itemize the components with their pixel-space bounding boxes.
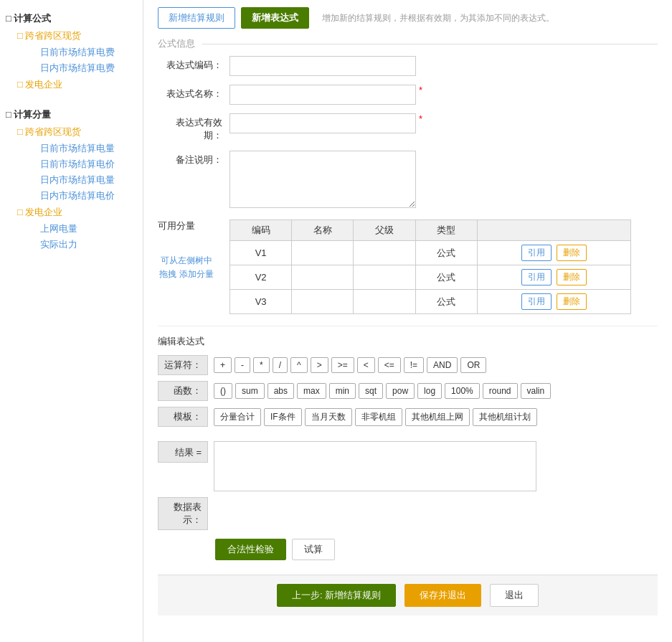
operator-btn-10[interactable]: AND [427,357,458,373]
operator-btn-1[interactable]: - [235,357,250,373]
operator-btn-0[interactable]: + [214,357,232,373]
input-expr-name[interactable] [229,85,416,105]
operator-btn-11[interactable]: OR [460,357,486,373]
sidebar-leaf-intraday-settle-elec2[interactable]: 日内市场结算电量 [29,172,137,188]
input-expr-validity[interactable] [229,113,416,133]
collapse-icon-power-gen1: □ [17,79,23,90]
col-header-name: 名称 [292,220,354,241]
sidebar-leaf-intraday-settle-elec1[interactable]: 日内市场结算电费 [29,60,137,76]
operator-btn-5[interactable]: > [311,357,328,373]
table-row: V2 公式 引用 删除 [230,265,631,290]
sidebar-item-cross-province-spot[interactable]: □ 跨省跨区现货 [17,27,137,44]
sidebar-label-power-gen1: 发电企业 [25,79,62,90]
table-row: V3 公式 引用 删除 [230,290,631,314]
operator-btn-8[interactable]: <= [378,357,401,373]
label-expr-name: 表达式名称： [158,85,229,100]
sidebar: □ 计算公式 □ 跨省跨区现货 日前市场结算电费 日内市场结算电费 □ [0,0,143,642]
add-expr-button[interactable]: 新增表达式 [241,7,309,29]
back-button[interactable]: 上一步: 新增结算规则 [277,584,396,607]
cell-parent-2 [354,290,415,314]
template-label: 模板： [158,407,208,427]
sidebar-sub-cross-province: 日前市场结算电费 日内市场结算电费 [17,44,137,76]
ref-button-2[interactable]: 引用 [521,293,552,310]
del-button-0[interactable]: 删除 [557,245,587,261]
function-btn-3[interactable]: max [297,383,326,399]
textarea-expr-remark[interactable] [229,151,416,208]
template-btn-4[interactable]: 其他机组上网 [405,408,470,426]
cell-name-1 [292,265,354,290]
operator-btn-2[interactable]: * [253,357,270,373]
function-btn-0[interactable]: () [214,383,232,399]
cell-actions-2: 引用 删除 [477,290,630,314]
collapse-icon-calc-quantity: □ [6,109,11,120]
template-btn-0[interactable]: 分量合计 [214,408,261,426]
action-buttons: 合法性检验 试算 [215,539,658,560]
sidebar-leaf-daily-settle-elec2[interactable]: 日前市场结算电量 [29,141,137,156]
function-btn-1[interactable]: sum [235,383,265,399]
function-row: 函数： ()sumabsmaxminsqtpowlog100%roundvali… [158,381,658,401]
exit-button[interactable]: 退出 [490,584,539,607]
operator-btn-6[interactable]: >= [331,357,354,373]
add-rule-button[interactable]: 新增结算规则 [158,7,235,29]
sidebar-leaf-grid-elec[interactable]: 上网电量 [29,221,137,237]
result-textarea[interactable] [214,441,536,491]
operator-btn-9[interactable]: != [404,357,424,373]
template-row: 模板： 分量合计IF条件当月天数非零机组其他机组上网其他机组计划 [158,407,658,427]
del-button-2[interactable]: 删除 [557,293,587,310]
sidebar-leaf-daily-settle-price2[interactable]: 日前市场结算电价 [29,156,137,172]
sidebar-label-calc-formula: 计算公式 [14,13,51,24]
collapse-icon-cross-province: □ [17,30,23,41]
operator-btn-7[interactable]: < [357,357,375,373]
function-btn-10[interactable]: valin [521,383,552,399]
function-btn-8[interactable]: 100% [445,383,480,399]
function-btn-7[interactable]: log [417,383,442,399]
cell-code-0: V1 [230,241,292,265]
collapse-icon-power-gen2: □ [17,207,23,217]
template-btn-5[interactable]: 其他机组计划 [473,408,537,426]
save-exit-button[interactable]: 保存并退出 [404,584,481,607]
function-btn-2[interactable]: abs [268,383,294,399]
sidebar-leaf-actual-output[interactable]: 实际出力 [29,237,137,252]
col-header-type: 类型 [415,220,477,241]
function-btn-9[interactable]: round [483,383,518,399]
required-star-name: * [419,85,422,95]
ref-button-0[interactable]: 引用 [521,245,552,261]
del-button-1[interactable]: 删除 [557,269,587,285]
template-btn-1[interactable]: IF条件 [264,408,302,426]
function-btn-6[interactable]: pow [386,383,415,399]
sidebar-leaf-daily-settle-elec1[interactable]: 日前市场结算电费 [29,44,137,60]
operator-btn-3[interactable]: / [273,357,288,373]
operator-btn-4[interactable]: ^ [290,357,308,373]
trial-button[interactable]: 试算 [292,539,335,560]
sidebar-title-calc-formula[interactable]: □ 计算公式 [6,10,137,27]
function-btn-5[interactable]: sqt [359,383,383,399]
toolbar-hint: 增加新的结算规则，并根据有效期，为其添加不同的表达式。 [322,12,554,24]
validate-button[interactable]: 合法性检验 [215,539,286,560]
cell-parent-0 [354,241,415,265]
sidebar-section-calc-quantity: □ 计算分量 □ 跨省跨区现货 日前市场结算电量 日前市场结算电价 日内市场结算… [0,103,143,255]
table-left-section: 可用分量 可从左侧树中拖拽 添加分量 [158,219,215,281]
sidebar-sub-calc-quantity: □ 跨省跨区现货 日前市场结算电量 日前市场结算电价 日内市场结算电量 日内市场… [6,123,137,252]
function-btn-4[interactable]: min [329,383,356,399]
cell-actions-0: 引用 删除 [477,241,630,265]
cell-type-0: 公式 [415,241,477,265]
required-star-validity: * [419,113,422,124]
cell-name-2 [292,290,354,314]
sidebar-leaf-intraday-settle-price2[interactable]: 日内市场结算电价 [29,188,137,204]
sidebar-item-cross-province-spot2[interactable]: □ 跨省跨区现货 [17,123,137,141]
template-btn-3[interactable]: 非零机组 [355,408,402,426]
data-display-row: 数据表示： [158,497,658,530]
label-expr-remark: 备注说明： [158,151,229,166]
sidebar-item-power-gen1[interactable]: □ 发电企业 [17,76,137,93]
col-header-actions [477,220,630,241]
cell-type-1: 公式 [415,265,477,290]
sidebar-title-calc-quantity[interactable]: □ 计算分量 [6,106,137,123]
cell-code-1: V2 [230,265,292,290]
result-label: 结果 = [158,441,208,463]
cell-type-2: 公式 [415,290,477,314]
template-btn-2[interactable]: 当月天数 [305,408,352,426]
input-expr-code[interactable] [229,56,416,76]
sidebar-item-power-gen2[interactable]: □ 发电企业 [17,204,137,221]
form-row-name: 表达式名称： * [158,85,658,105]
ref-button-1[interactable]: 引用 [521,269,552,285]
